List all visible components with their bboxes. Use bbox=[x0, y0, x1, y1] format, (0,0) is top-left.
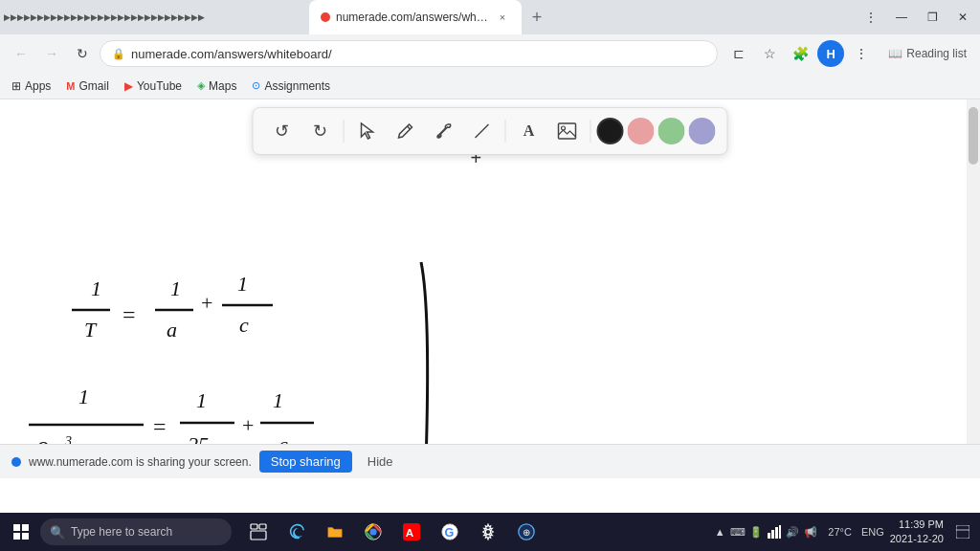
text-tool-button[interactable]: A bbox=[512, 114, 546, 148]
settings-icon bbox=[479, 523, 497, 540]
svg-line-2 bbox=[476, 124, 489, 138]
task-view-button[interactable] bbox=[241, 515, 276, 549]
extensions-button[interactable]: ⋮ bbox=[858, 4, 884, 31]
scrollbar[interactable] bbox=[967, 99, 980, 444]
edge-button[interactable] bbox=[279, 515, 314, 549]
extensions-button[interactable]: 🧩 bbox=[787, 40, 813, 67]
chrome-button[interactable] bbox=[356, 515, 390, 549]
svg-text:A: A bbox=[406, 526, 414, 539]
forward-button[interactable]: → bbox=[38, 40, 65, 67]
bookmark-assignments[interactable]: ⊙ Assignments bbox=[248, 77, 334, 95]
color-green-button[interactable] bbox=[658, 118, 685, 144]
color-black-button[interactable] bbox=[597, 118, 624, 144]
temp-display: 27°C bbox=[828, 526, 852, 538]
toolbar-separator-2 bbox=[505, 120, 506, 143]
window-controls: ⋮ — ❐ ✕ bbox=[858, 4, 976, 31]
bookmark-maps[interactable]: ◈ Maps bbox=[193, 77, 240, 95]
pencil-icon bbox=[396, 121, 415, 141]
svg-rect-55 bbox=[771, 530, 774, 539]
color-pink-button[interactable] bbox=[628, 118, 655, 144]
image-icon bbox=[557, 121, 578, 142]
compass-button[interactable]: ⊕ bbox=[509, 515, 544, 549]
wifi-icon[interactable]: ▲ bbox=[712, 524, 727, 540]
svg-text:+: + bbox=[242, 413, 254, 437]
minimize-button[interactable]: — bbox=[888, 4, 915, 31]
speaker-icon[interactable]: 📢 bbox=[803, 524, 818, 540]
svg-rect-3 bbox=[559, 123, 576, 139]
svg-text:⊕: ⊕ bbox=[523, 527, 530, 538]
bookmark-gmail[interactable]: M Gmail bbox=[62, 77, 113, 95]
time-display: 11:39 PM bbox=[890, 518, 944, 532]
image-tool-button[interactable] bbox=[550, 114, 585, 148]
draw-tool-button[interactable] bbox=[389, 114, 423, 148]
new-tab-button[interactable]: + bbox=[523, 4, 550, 31]
svg-text:1: 1 bbox=[237, 272, 248, 296]
cast-button[interactable]: ⊏ bbox=[725, 40, 752, 67]
select-tool-button[interactable] bbox=[350, 114, 385, 148]
close-window-button[interactable]: ✕ bbox=[949, 4, 976, 31]
edge-icon bbox=[288, 523, 305, 540]
task-view-icon bbox=[250, 523, 267, 540]
svg-rect-37 bbox=[13, 524, 20, 531]
reading-list-button[interactable]: 📖 Reading list bbox=[882, 45, 972, 62]
apps-icon: ⊞ bbox=[11, 79, 21, 93]
start-button[interactable] bbox=[4, 515, 38, 549]
assignments-label: Assignments bbox=[264, 79, 330, 93]
menu-button[interactable]: ⋮ bbox=[848, 40, 875, 67]
bookmark-youtube[interactable]: ▶ YouTube bbox=[121, 77, 186, 95]
undo-button[interactable]: ↺ bbox=[265, 114, 300, 148]
back-button[interactable]: ← bbox=[8, 40, 34, 67]
svg-text:1: 1 bbox=[78, 385, 89, 408]
profile-button[interactable]: H bbox=[817, 40, 844, 67]
svg-rect-56 bbox=[775, 527, 778, 539]
bookmark-button[interactable]: ☆ bbox=[756, 40, 783, 67]
redo-button[interactable]: ↻ bbox=[303, 114, 338, 148]
screen-share-bar: www.numerade.com is sharing your screen.… bbox=[0, 444, 980, 478]
svg-rect-38 bbox=[22, 524, 29, 531]
taskbar-search-box[interactable]: 🔍 Type here to search bbox=[40, 518, 232, 545]
svg-text:1: 1 bbox=[273, 388, 283, 412]
svg-text:1: 1 bbox=[91, 276, 101, 300]
whiteboard-area[interactable]: + ↺ ↻ A bbox=[0, 99, 980, 478]
taskbar-right: ▲ ⌨ 🔋 🔊 📢 27°C ENG 11:39 PM 2021-12-20 bbox=[712, 518, 976, 547]
network-icon[interactable] bbox=[767, 524, 782, 540]
screen-share-message: www.numerade.com is sharing your screen. bbox=[29, 455, 252, 469]
active-tab[interactable]: numerade.com/answers/whiteboard/ × bbox=[309, 0, 522, 34]
svg-point-1 bbox=[438, 135, 441, 138]
tab-favicons: ▶▶▶▶▶▶▶▶▶▶▶▶▶▶▶▶▶▶▶▶▶▶▶▶▶▶▶▶▶▶ bbox=[4, 12, 307, 22]
refresh-button[interactable]: ↻ bbox=[69, 40, 96, 67]
lang-display: ENG bbox=[861, 526, 884, 538]
svg-text:T: T bbox=[84, 318, 98, 342]
svg-text:1: 1 bbox=[170, 276, 181, 300]
clock-display[interactable]: 11:39 PM 2021-12-20 bbox=[890, 518, 944, 547]
stop-sharing-button[interactable]: Stop sharing bbox=[259, 451, 352, 473]
bookmark-apps[interactable]: ⊞ Apps bbox=[8, 77, 55, 95]
apps-label: Apps bbox=[25, 79, 51, 93]
address-bar[interactable]: 🔒 numerade.com/answers/whiteboard/ bbox=[100, 40, 718, 67]
hide-button[interactable]: Hide bbox=[360, 451, 401, 473]
eraser-button[interactable] bbox=[465, 114, 500, 148]
keyboard-icon[interactable]: ⌨ bbox=[730, 524, 746, 540]
tools-button[interactable] bbox=[427, 114, 461, 148]
file-explorer-button[interactable] bbox=[318, 515, 352, 549]
maximize-button[interactable]: ❐ bbox=[919, 4, 946, 31]
adobe-button[interactable]: A bbox=[394, 515, 429, 549]
svg-rect-43 bbox=[251, 531, 266, 540]
tab-close-button[interactable]: × bbox=[495, 10, 510, 25]
toolbar-separator-3 bbox=[590, 120, 591, 143]
color-purple-button[interactable] bbox=[689, 118, 716, 144]
svg-text:=: = bbox=[122, 302, 136, 327]
svg-rect-57 bbox=[779, 525, 781, 539]
tools-icon bbox=[434, 121, 454, 141]
battery-icon[interactable]: 🔋 bbox=[748, 524, 764, 540]
nav-right-buttons: ⊏ ☆ 🧩 H ⋮ bbox=[725, 40, 875, 67]
nav-bar: ← → ↻ 🔒 numerade.com/answers/whiteboard/… bbox=[0, 34, 980, 73]
adobe-icon: A bbox=[403, 523, 420, 540]
gmail-icon: M bbox=[66, 80, 75, 92]
folder-icon bbox=[326, 523, 344, 540]
notification-button[interactable] bbox=[949, 518, 976, 545]
scrollbar-thumb[interactable] bbox=[969, 107, 978, 165]
google-search-button[interactable]: G bbox=[433, 515, 467, 549]
settings-button[interactable] bbox=[471, 515, 505, 549]
volume-icon[interactable]: 🔊 bbox=[785, 524, 800, 540]
